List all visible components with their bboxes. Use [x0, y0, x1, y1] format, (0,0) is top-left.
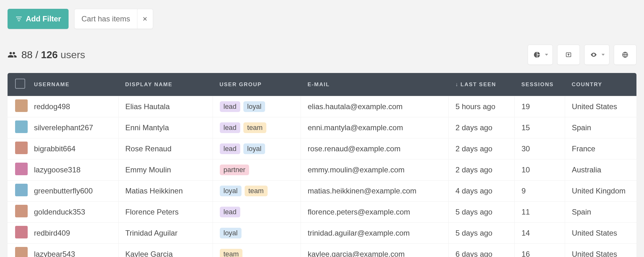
cell-country: Spain	[565, 117, 636, 138]
tag-loyal: loyal	[220, 186, 242, 196]
cell-usergroup: leadloyal	[213, 138, 301, 159]
table-row[interactable]: lazybear543Kaylee Garciateamkaylee.garci…	[8, 244, 636, 257]
tag-team: team	[220, 249, 243, 257]
tag-loyal: loyal	[243, 143, 265, 154]
cell-username: goldenduck353	[27, 202, 118, 223]
cell-country: United States	[565, 223, 636, 244]
filter-chip-remove[interactable]	[137, 9, 153, 29]
cell-email: florence.peters@example.com	[301, 202, 448, 223]
count-suffix: users	[61, 49, 85, 60]
tag-lead: lead	[220, 122, 241, 133]
cell-username: silverelephant267	[27, 117, 118, 138]
cell-displayname: Florence Peters	[118, 202, 213, 223]
cell-email: matias.heikkinen@example.com	[301, 181, 448, 202]
export-icon	[565, 51, 572, 58]
filtered-count: 88	[21, 49, 33, 60]
cell-lastseen: 5 days ago	[448, 223, 514, 244]
cell-lastseen: 5 days ago	[448, 202, 514, 223]
table-row[interactable]: bigrabbit664Rose Renaudleadloyalrose.ren…	[8, 138, 636, 159]
table-row[interactable]: lazygoose318Emmy Moulinpartneremmy.mouli…	[8, 159, 636, 181]
cell-email: elias.hautala@example.com	[301, 96, 448, 117]
cell-displayname: Trinidad Aguilar	[118, 223, 213, 244]
chart-view-button[interactable]	[528, 45, 553, 65]
user-count: 88 / 126 users	[8, 49, 85, 61]
avatar	[15, 205, 28, 217]
table-row[interactable]: greenbutterfly600Matias Heikkinenloyalte…	[8, 181, 636, 202]
users-table: USERNAME DISPLAY NAME USER GROUP E-MAIL …	[8, 73, 636, 257]
cell-sessions: 19	[514, 96, 565, 117]
cell-email: enni.mantyla@example.com	[301, 117, 448, 138]
cell-country: United Kingdom	[565, 181, 636, 202]
cell-usergroup: leadloyal	[213, 96, 301, 117]
cell-sessions: 16	[514, 244, 565, 257]
pie-chart-icon	[534, 51, 541, 58]
add-filter-label: Add Filter	[26, 14, 61, 23]
cell-displayname: Enni Mantyla	[118, 117, 213, 138]
cell-username: greenbutterfly600	[27, 181, 118, 202]
cell-sessions: 15	[514, 117, 565, 138]
tag-lead: lead	[220, 101, 241, 112]
table-row[interactable]: redbird409Trinidad Aguilarloyaltrinidad.…	[8, 223, 636, 244]
filter-icon	[15, 15, 23, 23]
cell-sessions: 9	[514, 181, 565, 202]
globe-button[interactable]	[614, 45, 636, 65]
cell-displayname: Emmy Moulin	[118, 159, 213, 181]
avatar	[15, 163, 28, 175]
visibility-button[interactable]	[584, 45, 609, 65]
col-usergroup[interactable]: USER GROUP	[213, 73, 301, 96]
cell-usergroup: team	[213, 244, 301, 257]
col-sessions[interactable]: SESSIONS	[514, 73, 565, 96]
cell-lastseen: 2 days ago	[448, 117, 514, 138]
globe-icon	[622, 51, 629, 58]
svg-point-1	[593, 54, 594, 55]
cell-usergroup: lead	[213, 202, 301, 223]
summary-row: 88 / 126 users	[8, 45, 636, 65]
export-button[interactable]	[557, 45, 580, 65]
col-displayname[interactable]: DISPLAY NAME	[118, 73, 213, 96]
close-icon	[142, 16, 148, 22]
table-row[interactable]: reddog498Elias Hautalaleadloyalelias.hau…	[8, 96, 636, 117]
total-count: 126	[41, 49, 58, 60]
avatar	[15, 120, 28, 133]
cell-lastseen: 4 days ago	[448, 181, 514, 202]
avatar	[15, 247, 28, 257]
add-filter-button[interactable]: Add Filter	[8, 9, 69, 29]
cell-username: bigrabbit664	[27, 138, 118, 159]
users-table-wrap: USERNAME DISPLAY NAME USER GROUP E-MAIL …	[8, 73, 636, 257]
col-email[interactable]: E-MAIL	[301, 73, 448, 96]
cell-email: kaylee.garcia@example.com	[301, 244, 448, 257]
cell-usergroup: loyalteam	[213, 181, 301, 202]
cell-displayname: Rose Renaud	[118, 138, 213, 159]
cell-displayname: Kaylee Garcia	[118, 244, 213, 257]
chevron-down-icon	[545, 54, 548, 56]
cell-sessions: 14	[514, 223, 565, 244]
table-row[interactable]: silverelephant267Enni Mantylaleadteamenn…	[8, 117, 636, 138]
cell-email: emmy.moulin@example.com	[301, 159, 448, 181]
cell-country: Spain	[565, 202, 636, 223]
cell-country: Australia	[565, 159, 636, 181]
filter-chip[interactable]: Cart has items	[74, 9, 153, 29]
col-username[interactable]: USERNAME	[27, 73, 118, 96]
cell-username: reddog498	[27, 96, 118, 117]
cell-lastseen: 6 days ago	[448, 244, 514, 257]
col-country[interactable]: COUNTRY	[565, 73, 636, 96]
cell-lastseen: 2 days ago	[448, 159, 514, 181]
col-lastseen[interactable]: ↓LAST SEEN	[448, 73, 514, 96]
select-all-checkbox[interactable]	[15, 79, 25, 89]
cell-country: United States	[565, 96, 636, 117]
avatar	[15, 184, 28, 196]
cell-username: lazybear543	[27, 244, 118, 257]
cell-country: France	[565, 138, 636, 159]
eye-icon	[590, 51, 597, 58]
avatar	[15, 226, 28, 238]
cell-usergroup: loyal	[213, 223, 301, 244]
cell-country: United States	[565, 244, 636, 257]
cell-sessions: 30	[514, 138, 565, 159]
cell-username: redbird409	[27, 223, 118, 244]
tag-partner: partner	[220, 165, 249, 175]
tag-lead: lead	[220, 143, 241, 154]
col-lastseen-label: LAST SEEN	[461, 81, 496, 87]
tag-team: team	[243, 122, 266, 133]
cell-email: trinidad.aguilar@example.com	[301, 223, 448, 244]
table-row[interactable]: goldenduck353Florence Petersleadflorence…	[8, 202, 636, 223]
